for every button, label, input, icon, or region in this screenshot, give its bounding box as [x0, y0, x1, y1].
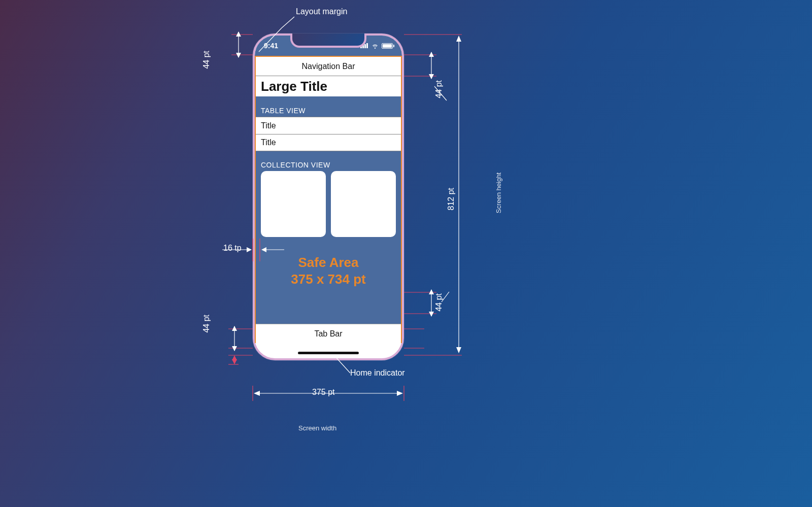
svg-marker-5 [236, 53, 241, 58]
collection-view-header: COLLECTION VIEW [256, 157, 401, 171]
svg-marker-4 [236, 31, 241, 37]
large-title: Large Title [256, 76, 401, 96]
phone-frame: 9:41 Navigation Bar Large Title TABLE VI… [253, 33, 404, 360]
svg-marker-18 [232, 326, 237, 331]
screen-height-label: Screen height [495, 173, 502, 213]
tab-bar-height-label: 44 pt [434, 293, 444, 312]
collection-card [331, 171, 396, 237]
margin-tp-label: 16 tp [223, 244, 242, 253]
layout-margin-label: Layout margin [296, 7, 347, 16]
navigation-bar: Navigation Bar [256, 57, 401, 76]
table-view-header: TABLE VIEW [256, 103, 401, 117]
status-time: 9:41 [264, 42, 278, 50]
svg-marker-13 [429, 289, 434, 294]
collection-card [261, 171, 326, 237]
svg-marker-28 [247, 247, 252, 252]
svg-marker-19 [232, 346, 237, 351]
nav-bar-height-label: 44 pt [434, 80, 444, 98]
svg-marker-14 [429, 312, 434, 317]
screen-height-value: 812 pt [447, 188, 456, 210]
safe-area-label: Safe Area 375 x 734 pt [255, 255, 402, 287]
status-icons [360, 42, 393, 49]
home-indicator-bar [298, 352, 359, 354]
svg-marker-37 [254, 391, 260, 396]
bottom-inset-label: 44 pt [202, 315, 211, 333]
wifi-icon [371, 42, 379, 49]
annotation-lines [0, 0, 812, 507]
table-row: Title [256, 134, 401, 151]
svg-marker-25 [456, 347, 461, 353]
svg-marker-33 [232, 359, 237, 364]
notch [290, 33, 366, 48]
screen-width-value: 375 pt [312, 388, 334, 397]
svg-marker-32 [232, 355, 237, 360]
tab-bar: Tab Bar [256, 324, 401, 343]
table-row: Title [256, 117, 401, 134]
status-bar-height-label: 44 pt [202, 51, 211, 69]
svg-marker-8 [429, 52, 434, 57]
svg-marker-24 [456, 36, 461, 42]
svg-marker-9 [429, 74, 434, 79]
battery-icon [382, 43, 393, 49]
svg-line-0 [282, 17, 294, 28]
svg-marker-38 [397, 391, 403, 396]
collection-view [261, 171, 396, 237]
home-indicator-label: Home indicator [350, 368, 405, 378]
screen-width-label: Screen width [298, 424, 336, 432]
